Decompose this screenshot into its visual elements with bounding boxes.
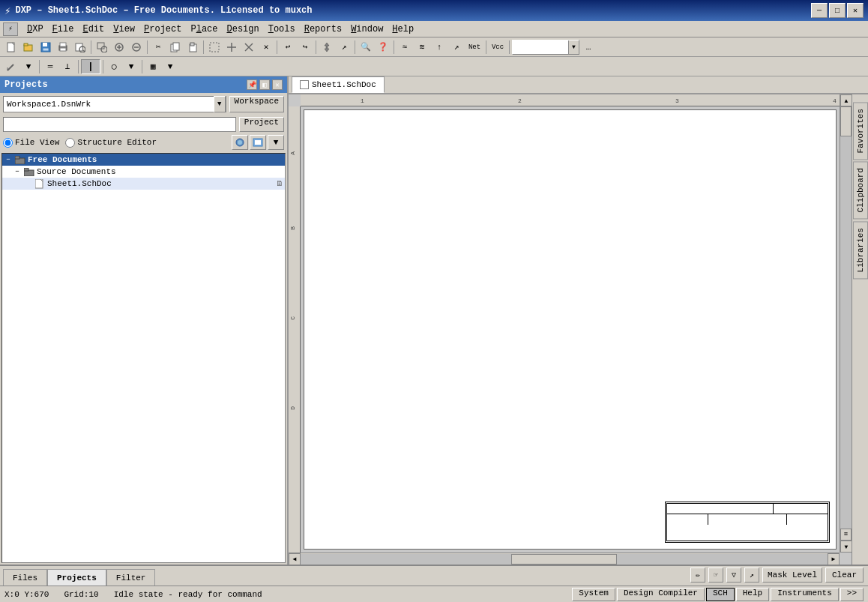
menu-dxp[interactable]: DXP [22, 23, 48, 35]
panel-restore-button[interactable]: ◧ [259, 79, 270, 90]
sidebar-tab-favorites[interactable]: Favorites [853, 102, 868, 160]
tb2-dropdown3[interactable]: ▼ [162, 59, 178, 74]
menu-window[interactable]: Window [346, 23, 388, 35]
structure-view-radio-input[interactable] [65, 138, 75, 148]
tb2-down[interactable]: ⊥ [59, 59, 76, 74]
scroll-v-thumb[interactable] [840, 106, 852, 136]
maximize-button[interactable]: □ [829, 3, 846, 18]
workspace-dropdown[interactable]: Workspace1.DsnWrk ▼ [3, 96, 226, 112]
tb-net[interactable]: Net [465, 40, 483, 55]
tb-preview[interactable] [72, 40, 88, 55]
mask-level-button[interactable]: Mask Level [762, 568, 822, 583]
scroll-left-arrow[interactable]: ◀ [289, 553, 301, 565]
scroll-h-thumb[interactable] [511, 554, 617, 565]
bottom-tab-projects[interactable]: Projects [47, 569, 106, 586]
tb-open[interactable] [20, 40, 37, 55]
status-btn-more[interactable]: >> [840, 588, 864, 601]
scroll-up-arrow[interactable]: ▲ [840, 94, 852, 106]
tb-paste[interactable] [184, 40, 201, 55]
view-icon-btn-2[interactable] [250, 135, 266, 150]
tb-save[interactable] [37, 40, 54, 55]
scroll-thumb-handle[interactable]: ≡ [840, 529, 852, 541]
status-btn-design-compiler[interactable]: Design Compiler [617, 588, 705, 601]
tb-cut[interactable]: ✂ [150, 40, 166, 55]
zoom-combo[interactable]: ▼ [512, 40, 579, 55]
file-view-radio-input[interactable] [3, 138, 13, 148]
minimize-button[interactable]: ─ [811, 3, 828, 18]
tb2-dropdown2[interactable]: ▼ [123, 59, 139, 74]
tb-add[interactable] [223, 40, 240, 55]
bottom-arrow-icon[interactable]: ↗ [744, 568, 759, 583]
doc-tab-sheet1[interactable]: Sheet1.SchDoc [292, 76, 385, 93]
scroll-right-arrow[interactable]: ▶ [828, 553, 840, 565]
file-view-radio[interactable]: File View [3, 138, 59, 148]
menu-file[interactable]: File [48, 23, 79, 35]
bottom-hand-icon[interactable]: ☞ [708, 568, 723, 583]
menu-reports[interactable]: Reports [300, 23, 346, 35]
menu-design[interactable]: Design [222, 23, 263, 35]
tb2-circle[interactable]: ◯ [106, 59, 122, 74]
vertical-scrollbar[interactable]: ▲ ≡ ▼ [840, 94, 852, 553]
structure-view-radio[interactable]: Structure Editor [65, 138, 157, 148]
tb-print[interactable] [55, 40, 71, 55]
scroll-down-arrow[interactable]: ▼ [840, 541, 852, 553]
clear-button[interactable]: Clear [825, 568, 864, 583]
menu-tools[interactable]: Tools [264, 23, 300, 35]
tb-help[interactable]: ❓ [375, 40, 391, 55]
sidebar-tab-libraries[interactable]: Libraries [853, 221, 868, 279]
status-btn-instruments[interactable]: Instruments [771, 588, 839, 601]
tb2-grid[interactable]: ▦ [145, 59, 161, 74]
status-btn-help[interactable]: Help [736, 588, 769, 601]
tb-cross[interactable] [241, 40, 257, 55]
status-btn-system[interactable]: System [572, 588, 615, 601]
tb2-pen[interactable] [3, 59, 19, 74]
zoom-input[interactable] [513, 40, 568, 54]
scroll-h-track[interactable] [301, 554, 828, 565]
tb2-active[interactable]: | [81, 59, 100, 74]
tb-zoom-area[interactable] [94, 40, 110, 55]
tb-move[interactable] [319, 40, 335, 55]
workspace-button[interactable]: Workspace [229, 96, 284, 112]
tree-item-free-docs[interactable]: − Free Documents [2, 154, 285, 166]
tb2-dropdown[interactable]: ▼ [20, 59, 37, 74]
tb-zoom-in[interactable] [111, 40, 127, 55]
project-search-input[interactable] [3, 117, 236, 132]
tb-wavy1[interactable]: ≈ [397, 40, 413, 55]
bottom-tab-files[interactable]: Files [3, 569, 47, 586]
sidebar-tab-clipboard[interactable]: Clipboard [853, 161, 868, 219]
project-button[interactable]: Project [239, 117, 284, 132]
scroll-v-track[interactable] [840, 106, 852, 553]
tb-vcc[interactable]: Vcc [489, 40, 507, 55]
tb-wavy2[interactable]: ≋ [414, 40, 430, 55]
view-icon-btn-1[interactable] [232, 135, 248, 150]
workspace-dropdown-arrow[interactable]: ▼ [214, 96, 226, 112]
schematic-canvas[interactable]: 1 2 3 4 A B C D ▲ ≡ [289, 94, 852, 565]
tb-redo[interactable]: ↪ [297, 40, 313, 55]
app-menu-icon[interactable]: ⚡ [3, 22, 18, 36]
bottom-filter-icon[interactable]: ▽ [726, 568, 741, 583]
tb-cross2[interactable]: ✕ [258, 40, 274, 55]
tree-item-source-docs[interactable]: − Source Documents [2, 166, 285, 178]
menu-project[interactable]: Project [139, 23, 186, 35]
tb-undo[interactable]: ↩ [280, 40, 296, 55]
tb-more[interactable]: … [580, 40, 597, 55]
horizontal-scrollbar[interactable]: ◀ ▶ [289, 553, 840, 565]
panel-pin-button[interactable]: 📌 [247, 79, 257, 90]
tree-item-sheet1[interactable]: Sheet1.SchDoc 🗎 [2, 178, 285, 190]
tb-select-rect[interactable] [206, 40, 223, 55]
tb-arrow-up[interactable]: ↑ [431, 40, 447, 55]
menu-help[interactable]: Help [388, 23, 418, 35]
menu-view[interactable]: View [109, 23, 139, 35]
menu-place[interactable]: Place [186, 23, 222, 35]
view-icon-btn-dropdown[interactable]: ▼ [268, 135, 284, 150]
tb2-equal[interactable]: ═ [42, 59, 58, 74]
zoom-dropdown-arrow[interactable]: ▼ [568, 40, 579, 54]
status-btn-sch[interactable]: SCH [706, 588, 735, 601]
tb-new[interactable] [3, 40, 19, 55]
bottom-pen-icon[interactable]: ✏ [690, 568, 705, 583]
menu-edit[interactable]: Edit [78, 23, 109, 35]
panel-close-button[interactable]: ✕ [272, 79, 283, 90]
tb-arrow-right[interactable]: ↗ [448, 40, 465, 55]
tb-inspector[interactable]: 🔍 [358, 40, 374, 55]
close-button[interactable]: ✕ [847, 3, 864, 18]
